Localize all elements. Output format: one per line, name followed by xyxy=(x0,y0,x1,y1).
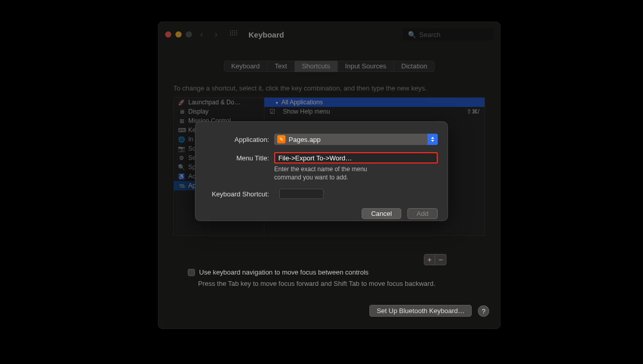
traffic-lights xyxy=(165,31,192,38)
shortcut-row[interactable]: ☑ Show Help menu ⇧⌘/ xyxy=(264,107,485,116)
tab-dictation[interactable]: Dictation xyxy=(394,61,435,72)
nav-back-icon[interactable]: ‹ xyxy=(197,30,206,39)
shortcut-name: Show Help menu xyxy=(279,108,467,115)
bluetooth-keyboard-button[interactable]: Set Up Bluetooth Keyboard… xyxy=(369,305,472,317)
application-row: Application: ✎ Pages.app xyxy=(205,134,438,145)
search-placeholder: Search xyxy=(419,31,440,39)
help-button[interactable]: ? xyxy=(478,305,489,317)
disclosure-triangle-icon: ▾ xyxy=(276,100,278,105)
modal-buttons: Cancel Add xyxy=(205,208,438,219)
apps-grid-icon[interactable] xyxy=(230,30,238,39)
checkbox-icon[interactable] xyxy=(188,269,195,276)
keyboard-nav-checkbox-row[interactable]: Use keyboard navigation to move focus be… xyxy=(188,268,369,276)
checkbox-icon[interactable]: ☑ xyxy=(270,108,279,115)
search-input[interactable]: 🔍 Search xyxy=(403,28,493,41)
list-item-label: Launchpad & Do… xyxy=(188,99,240,106)
tabs-row: Keyboard Text Shortcuts Input Sources Di… xyxy=(158,61,501,72)
add-remove-controls: + − xyxy=(424,254,446,265)
launchpad-icon: 🚀 xyxy=(178,99,185,106)
list-item: 🖥Display xyxy=(174,107,264,116)
list-item-label: Ac xyxy=(188,173,195,180)
zoom-icon[interactable] xyxy=(186,31,192,38)
add-shortcut-button[interactable]: + xyxy=(424,254,435,265)
search-icon: 🔍 xyxy=(408,31,416,39)
close-icon[interactable] xyxy=(165,31,171,38)
group-label: All Applications xyxy=(281,99,323,106)
input-sources-icon: 🌐 xyxy=(178,136,185,143)
list-item: 🚀Launchpad & Do… xyxy=(174,98,264,107)
tabstrip: Keyboard Text Shortcuts Input Sources Di… xyxy=(224,61,434,72)
keyboard-shortcut-label: Keyboard Shortcut: xyxy=(205,190,269,198)
titlebar: ‹ › Keyboard 🔍 Search xyxy=(158,22,501,47)
keyboard-shortcut-row: Keyboard Shortcut: xyxy=(205,189,438,199)
mission-control-icon: ⊞ xyxy=(178,118,185,124)
menu-title-hint: Enter the exact name of the menu command… xyxy=(274,166,387,181)
remove-shortcut-button[interactable]: − xyxy=(435,254,446,265)
display-icon: 🖥 xyxy=(178,108,185,115)
add-shortcut-sheet: Application: ✎ Pages.app Menu Title: Ent… xyxy=(195,121,448,221)
footer-note: Press the Tab key to move focus forward … xyxy=(198,280,435,287)
keyboard-icon: ⌨ xyxy=(178,127,185,134)
tab-input-sources[interactable]: Input Sources xyxy=(338,61,394,72)
list-item-label: Sc xyxy=(188,145,195,152)
menu-title-label: Menu Title: xyxy=(205,154,269,162)
spotlight-icon: 🔍 xyxy=(178,164,185,171)
menu-title-row: Menu Title: xyxy=(205,152,438,163)
screenshots-icon: 📷 xyxy=(178,145,185,152)
tab-shortcuts[interactable]: Shortcuts xyxy=(295,61,338,72)
tab-keyboard[interactable]: Keyboard xyxy=(224,61,267,72)
shortcut-keys[interactable]: ⇧⌘/ xyxy=(467,108,479,115)
window-title: Keyboard xyxy=(248,30,284,39)
pages-app-icon: ✎ xyxy=(277,135,285,143)
application-label: Application: xyxy=(205,136,269,143)
group-header[interactable]: ▾All Applications xyxy=(264,98,485,107)
accessibility-icon: ♿ xyxy=(178,173,185,180)
checkbox-label: Use keyboard navigation to move focus be… xyxy=(199,268,369,276)
instruction-text: To change a shortcut, select it, click t… xyxy=(173,84,485,92)
keyboard-shortcut-input[interactable] xyxy=(279,189,324,199)
chevron-updown-icon xyxy=(427,134,438,145)
application-value: Pages.app xyxy=(289,136,320,143)
tab-text[interactable]: Text xyxy=(267,61,295,72)
nav-forward-icon[interactable]: › xyxy=(211,30,221,39)
list-item-label: In xyxy=(188,136,193,143)
list-item-label: Display xyxy=(188,108,208,115)
app-shortcuts-icon: 🛍 xyxy=(178,183,185,189)
application-select[interactable]: ✎ Pages.app xyxy=(274,134,438,145)
add-button[interactable]: Add xyxy=(407,208,438,219)
cancel-button[interactable]: Cancel xyxy=(362,208,401,219)
services-icon: ⚙ xyxy=(178,155,185,161)
menu-title-input[interactable] xyxy=(274,152,438,163)
minimize-icon[interactable] xyxy=(175,31,182,38)
